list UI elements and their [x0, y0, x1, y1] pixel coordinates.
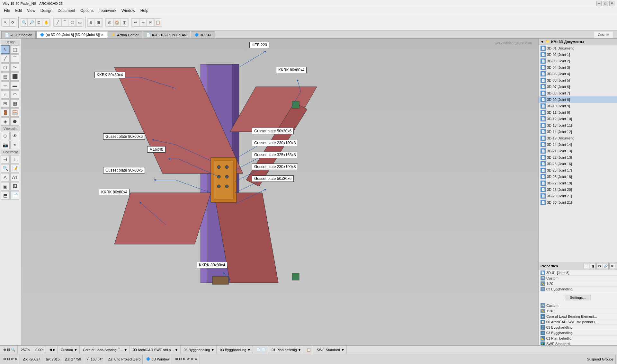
detail-tool[interactable]: 🔍: [1, 164, 10, 173]
tab-action-center[interactable]: ⚡ Action Center: [108, 31, 142, 38]
pdf-tool[interactable]: 📄: [10, 191, 19, 200]
sun-tool[interactable]: ☀: [10, 141, 19, 149]
bottom-nav-icon3[interactable]: ⊳: [183, 357, 186, 361]
tree-item-3d22[interactable]: 📄 3D-22 [Joint 13]: [539, 154, 617, 161]
beam-tool[interactable]: ═: [1, 81, 10, 90]
tree-item-3d27[interactable]: 📄 3D-27 [Joint 19]: [539, 180, 617, 186]
door-tool[interactable]: 🚪: [1, 108, 10, 117]
tree-item-3d02[interactable]: 📄 3D-02 [Joint 1]: [539, 51, 617, 58]
3d-fly-btn[interactable]: 🏠: [113, 19, 121, 26]
minimize-button[interactable]: ─: [596, 1, 602, 6]
copy-btn[interactable]: ⎘: [147, 19, 154, 26]
tree-item-3d25[interactable]: 📄 3D-25 [Joint 17]: [539, 167, 617, 173]
menu-teamwork[interactable]: Teamwork: [96, 8, 119, 13]
tree-item-3d30[interactable]: 📄 3D-30 [Joint 21]: [539, 199, 617, 206]
text-tool[interactable]: A: [1, 173, 10, 182]
paste-btn[interactable]: 📋: [154, 19, 161, 26]
tab-joint8[interactable]: 🔷 (c) 3D-09 [Joint 8] [3D-09 [Joint 8]] …: [36, 31, 107, 38]
poly-tool[interactable]: ⬡: [1, 63, 10, 72]
bottom-nav-icon4[interactable]: ⟳: [187, 357, 190, 361]
zoom-out-btn[interactable]: 🔎: [28, 19, 35, 26]
canvas-area[interactable]: HEB 220 KKRK 80x80x4 KKRK 80x80x4 Gusset…: [21, 39, 538, 345]
tab-right-btn[interactable]: Custom: [594, 31, 613, 38]
settings-button[interactable]: Settings...: [565, 295, 591, 300]
morph-tool[interactable]: ◈: [1, 117, 10, 126]
3d-orbit-btn[interactable]: ◎: [106, 19, 113, 26]
line-tool[interactable]: ╱: [1, 54, 10, 63]
tree-item-3d06[interactable]: 📄 3D-06 [Joint 5]: [539, 77, 617, 84]
object-tool[interactable]: ⬟: [10, 117, 19, 126]
figure-tool[interactable]: 🖼: [10, 182, 19, 191]
spline-tool[interactable]: 〜: [10, 63, 19, 72]
status-swe[interactable]: SWE Standard ▼: [315, 346, 347, 354]
bottom-nav-icon2[interactable]: ⊡: [179, 357, 182, 361]
prop-close-btn[interactable]: ✕: [609, 263, 615, 269]
bottom-icon4[interactable]: ⊳: [15, 357, 18, 361]
slab-tool[interactable]: ▬: [10, 81, 19, 90]
tab-k15[interactable]: 📄 K-15.102 PLINTPLAN: [143, 31, 190, 38]
bottom-icon3[interactable]: ⟳: [11, 357, 14, 361]
menu-file[interactable]: File: [1, 8, 13, 13]
status-std[interactable]: 00 ArchiCAD SWE std.p... ▼: [131, 346, 180, 354]
grid-btn[interactable]: ⊞: [95, 19, 102, 26]
arc-btn[interactable]: ⌒: [61, 19, 68, 26]
tree-item-3d12[interactable]: 📄 3D-12 [Joint 10]: [539, 116, 617, 122]
menu-edit[interactable]: Edit: [13, 8, 24, 13]
tree-item-3d13[interactable]: 📄 3D-13 [Joint 11]: [539, 122, 617, 129]
bottom-icon2[interactable]: ⊡: [7, 357, 10, 361]
label-tool[interactable]: A1: [10, 173, 19, 182]
select-tool[interactable]: ↖: [1, 45, 10, 54]
window-tool[interactable]: 🪟: [10, 108, 19, 117]
bottom-nav-icon6[interactable]: ⚙: [194, 357, 198, 361]
zoom-in-btn[interactable]: 🔍: [21, 19, 28, 26]
prop-settings-btn[interactable]: ⚙: [596, 263, 602, 269]
status-plan[interactable]: 01 Plan befintlig ▼: [270, 346, 303, 354]
section-tool[interactable]: ⊣: [1, 155, 10, 164]
tree-item-3d09[interactable]: 📄 3D-09 [Joint 8]: [539, 96, 617, 103]
redo-btn[interactable]: ↪: [139, 19, 147, 26]
status-layer2[interactable]: 03 Bygghandling ▼: [218, 346, 253, 354]
rect-btn[interactable]: ▭: [76, 19, 83, 26]
tree-item-3d29[interactable]: 📄 3D-29 [Joint 21]: [539, 193, 617, 199]
status-core[interactable]: Core of Load-Bearing E... ▼: [81, 346, 130, 354]
marquee-tool[interactable]: ⬚: [10, 45, 19, 54]
tree-item-3d19[interactable]: 📄 3D-19 Document: [539, 135, 617, 141]
viewport[interactable]: HEB 220 KKRK 80x80x4 KKRK 80x80x4 Gusset…: [21, 39, 538, 345]
close-button[interactable]: ✕: [609, 1, 614, 6]
look-tool[interactable]: 👁: [10, 132, 19, 140]
rotate-tool-button[interactable]: ⟳: [9, 19, 16, 26]
status-layer[interactable]: 03 Bygghandling ▼: [182, 346, 217, 354]
column-tool[interactable]: ⬛: [10, 72, 19, 81]
fit-btn[interactable]: ⊡: [35, 19, 42, 26]
menu-window[interactable]: Window: [119, 8, 138, 13]
orbit-tool[interactable]: ⊙: [1, 132, 10, 140]
tree-item-3d21[interactable]: 📄 3D-21 [Joint 13]: [539, 148, 617, 154]
elevation-tool[interactable]: ⊥: [10, 155, 19, 164]
menu-design[interactable]: Design: [38, 8, 55, 13]
menu-options[interactable]: Options: [78, 8, 96, 13]
prop-link-btn[interactable]: 🔗: [603, 263, 609, 269]
tree-item-3d24[interactable]: 📄 3D-24 [Joint 14]: [539, 141, 617, 148]
menu-document[interactable]: Document: [55, 8, 78, 13]
tab-joint8-close[interactable]: ✕: [101, 33, 103, 37]
wall-tool[interactable]: ▤: [1, 72, 10, 81]
tree-item-3d26[interactable]: 📄 3D-26 [Joint 18]: [539, 173, 617, 180]
bottom-suspend-groups[interactable]: Suspend Groups: [585, 354, 616, 364]
tree-item-3d28[interactable]: 📄 3D-28 [Joint 20]: [539, 186, 617, 193]
maximize-button[interactable]: □: [603, 1, 608, 6]
bottom-nav-icon5[interactable]: ⊗: [191, 357, 193, 361]
tab-grundplan[interactable]: 📄 -1. Grundplan: [1, 31, 36, 38]
tab-3d-all[interactable]: 🔷 3D / All: [191, 31, 215, 38]
zone-tool[interactable]: ▣: [1, 182, 10, 191]
fill-tool[interactable]: ⬒: [1, 191, 10, 200]
prop-new-btn[interactable]: 📄: [584, 263, 589, 269]
pan-btn[interactable]: ✋: [43, 19, 50, 26]
tree-item-3d08[interactable]: 📄 3D-08 [Joint 7]: [539, 90, 617, 96]
worksheet-tool[interactable]: 📝: [10, 164, 19, 173]
snap-btn[interactable]: ⊕: [87, 19, 94, 26]
tree-item-3d11[interactable]: 📄 3D-11 [Joint 9]: [539, 109, 617, 116]
3d-section-btn[interactable]: ◫: [121, 19, 128, 26]
bottom-icon1[interactable]: ⊕: [3, 357, 6, 361]
prop-copy-btn[interactable]: ⎘: [590, 263, 596, 269]
mesh-tool[interactable]: ⊞: [1, 99, 10, 108]
